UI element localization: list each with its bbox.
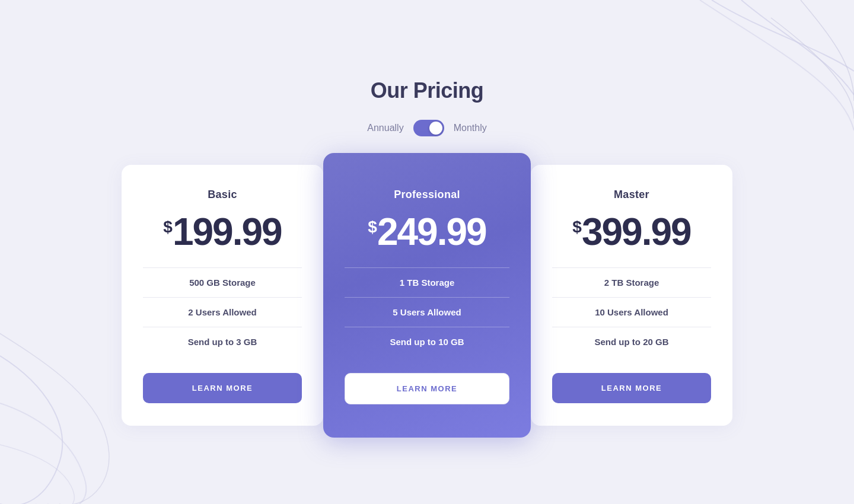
basic-price-dollar: $: [163, 219, 173, 235]
billing-toggle[interactable]: [413, 120, 444, 136]
master-plan-price: $ 399.99: [572, 213, 690, 251]
list-item: 2 Users Allowed: [143, 298, 302, 327]
page-title: Our Pricing: [371, 78, 484, 103]
basic-price-amount: 199.99: [173, 213, 282, 251]
professional-price-dollar: $: [368, 219, 377, 235]
list-item: 10 Users Allowed: [552, 298, 711, 327]
professional-plan-name: Professional: [394, 189, 460, 201]
master-price-dollar: $: [572, 219, 582, 235]
professional-plan-price: $ 249.99: [368, 213, 486, 251]
annually-label: Annually: [367, 123, 403, 133]
billing-toggle-container: Annually Monthly: [367, 120, 486, 136]
basic-plan-price: $ 199.99: [163, 213, 281, 251]
professional-price-amount: 249.99: [377, 213, 486, 251]
list-item: Send up to 20 GB: [552, 327, 711, 356]
toggle-thumb: [429, 122, 442, 135]
professional-features-list: 1 TB Storage 5 Users Allowed Send up to …: [345, 268, 509, 356]
pricing-cards: Basic $ 199.99 500 GB Storage 2 Users Al…: [122, 165, 732, 426]
list-item: Send up to 10 GB: [345, 327, 509, 356]
professional-plan-card: Professional $ 249.99 1 TB Storage 5 Use…: [323, 153, 531, 438]
basic-learn-more-button[interactable]: LEARN MORE: [143, 373, 302, 403]
master-plan-name: Master: [614, 189, 649, 201]
basic-features-list: 500 GB Storage 2 Users Allowed Send up t…: [143, 268, 302, 356]
professional-learn-more-button[interactable]: LEARN MORE: [345, 373, 509, 404]
master-price-amount: 399.99: [582, 213, 691, 251]
master-learn-more-button[interactable]: LEARN MORE: [552, 373, 711, 403]
basic-plan-card: Basic $ 199.99 500 GB Storage 2 Users Al…: [122, 165, 323, 426]
list-item: 500 GB Storage: [143, 268, 302, 298]
list-item: 2 TB Storage: [552, 268, 711, 298]
basic-plan-name: Basic: [208, 189, 237, 201]
monthly-label: Monthly: [454, 123, 487, 133]
master-features-list: 2 TB Storage 10 Users Allowed Send up to…: [552, 268, 711, 356]
master-plan-card: Master $ 399.99 2 TB Storage 10 Users Al…: [531, 165, 732, 426]
list-item: 5 Users Allowed: [345, 298, 509, 327]
list-item: Send up to 3 GB: [143, 327, 302, 356]
list-item: 1 TB Storage: [345, 268, 509, 298]
